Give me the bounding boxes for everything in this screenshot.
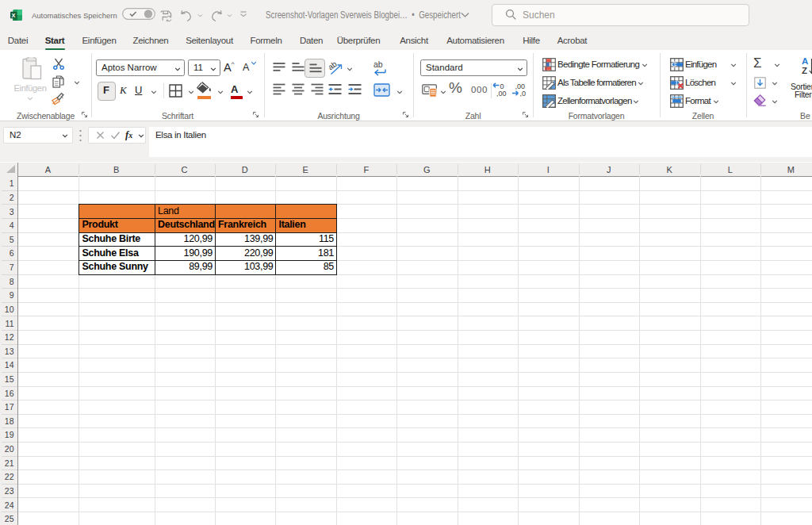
svg-text:ab: ab: [373, 60, 383, 69]
svg-text:X: X: [12, 12, 16, 19]
svg-text:,00: ,00: [496, 90, 507, 98]
svg-text:,0: ,0: [520, 90, 527, 98]
svg-text:ab: ab: [329, 61, 339, 71]
